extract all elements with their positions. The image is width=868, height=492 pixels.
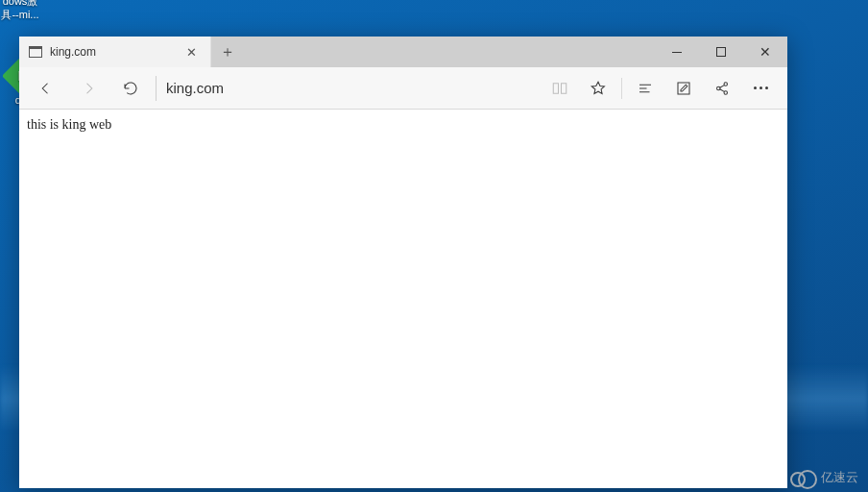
arrow-left-icon — [37, 80, 55, 97]
refresh-icon — [122, 80, 139, 97]
desktop-shortcut-1-label: dows激 具--mi... — [1, 0, 38, 20]
star-icon — [590, 80, 607, 97]
arrow-right-icon — [80, 80, 97, 97]
svg-point-1 — [724, 82, 727, 85]
share-icon — [713, 80, 731, 97]
svg-point-0 — [717, 86, 720, 89]
cloud-icon — [790, 470, 815, 485]
note-edit-icon — [675, 80, 692, 97]
svg-point-2 — [724, 90, 727, 93]
address-separator — [156, 76, 157, 101]
share-button[interactable] — [703, 69, 741, 108]
reading-view-button[interactable] — [541, 69, 579, 108]
window-minimize-button[interactable] — [655, 37, 699, 67]
notes-button[interactable] — [664, 69, 703, 108]
hub-button[interactable] — [626, 69, 664, 108]
book-icon — [551, 80, 568, 97]
refresh-button[interactable] — [111, 69, 150, 108]
lines-icon — [637, 80, 654, 97]
desktop-shortcut-1[interactable]: dows激 具--mi... — [0, 0, 54, 21]
address-input[interactable] — [166, 80, 537, 96]
page-favicon-icon — [29, 46, 42, 58]
favorites-button[interactable] — [579, 69, 617, 108]
window-close-button[interactable]: ✕ — [743, 37, 787, 67]
page-text: this is king web — [27, 117, 111, 132]
more-button[interactable] — [741, 69, 780, 108]
browser-tab-active[interactable]: king.com ✕ — [19, 37, 211, 67]
window-maximize-button[interactable] — [699, 37, 743, 67]
edge-browser-window: king.com ✕ ＋ ✕ — [19, 37, 787, 488]
forward-button[interactable] — [69, 69, 108, 108]
tab-close-button[interactable]: ✕ — [182, 42, 201, 62]
tab-strip: king.com ✕ ＋ ✕ — [19, 37, 787, 67]
address-bar[interactable] — [166, 67, 537, 110]
browser-toolbar — [19, 67, 787, 110]
ellipsis-icon — [754, 86, 768, 89]
tab-title: king.com — [50, 45, 175, 59]
window-controls: ✕ — [655, 37, 787, 67]
watermark: 亿速云 — [790, 469, 858, 486]
back-button[interactable] — [27, 69, 65, 108]
page-content: this is king web — [19, 110, 787, 488]
new-tab-button[interactable]: ＋ — [211, 37, 244, 67]
watermark-text: 亿速云 — [821, 469, 858, 486]
toolbar-separator — [621, 78, 622, 99]
